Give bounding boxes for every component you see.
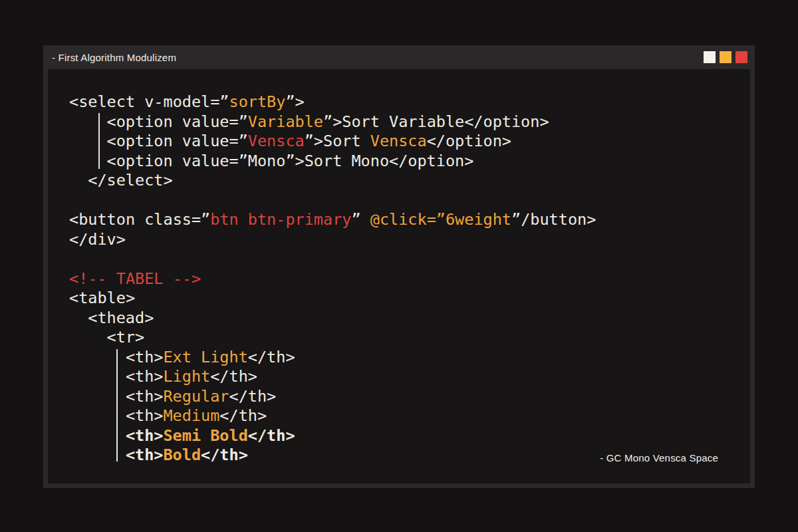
code-line: <button class=”btn btn-primary” @click=”… — [69, 210, 750, 230]
code-token: </div> — [69, 230, 126, 249]
code-token: Regular — [163, 387, 229, 406]
code-block: <select v-model=”sortBy”><option value=”… — [48, 69, 750, 483]
code-editor: <select v-model=”sortBy”><option value=”… — [48, 69, 750, 483]
code-token: </th> — [248, 426, 295, 445]
code-token: <th> — [126, 367, 164, 386]
code-line: </div> — [69, 230, 750, 250]
code-token: <option value=”Mono”>Sort Mono</option> — [107, 152, 474, 170]
code-token: ”> — [285, 92, 304, 111]
code-line: <table> — [69, 289, 750, 309]
code-token: <option value=” — [107, 112, 248, 131]
code-line: <select v-model=”sortBy”> — [69, 92, 750, 112]
code-token: btn btn-primary — [210, 210, 351, 229]
code-token: <th> — [126, 406, 164, 425]
code-token: <option value=” — [107, 132, 248, 150]
code-token: <th> — [126, 387, 164, 406]
code-token: </th> — [219, 406, 267, 425]
code-line: <th>Semi Bold</th> — [69, 426, 750, 446]
code-token: </option> — [427, 132, 511, 150]
maximize-button[interactable] — [720, 51, 732, 63]
code-token: </select> — [88, 171, 172, 190]
code-token: ”>Sort — [305, 132, 370, 150]
indent-guide-select — [98, 113, 100, 169]
code-line: <option value=”Variable”>Sort Variable</… — [69, 112, 750, 132]
code-token: ”>Sort Variable</option> — [323, 112, 549, 131]
code-token: </th> — [229, 387, 277, 406]
code-token: Light — [163, 367, 210, 386]
code-line: <th>Light</th> — [69, 367, 750, 387]
font-name-label: - GC Mono Vensca Space — [600, 452, 718, 464]
code-line: <thead> — [69, 309, 750, 329]
app-window: - First Algorithm Modulizem <select v-mo… — [43, 45, 755, 488]
code-token: <!-- TABEL --> — [69, 269, 201, 288]
code-token: <th> — [126, 348, 164, 366]
code-line: <th>Ext Light</th> — [69, 348, 750, 368]
close-button[interactable] — [735, 51, 747, 63]
code-token: Ext Light — [163, 348, 247, 366]
code-token: <tr> — [107, 328, 145, 346]
code-token: ” — [351, 210, 370, 229]
code-token: </th> — [201, 446, 248, 464]
code-token: Vensca — [370, 132, 427, 150]
window-titlebar[interactable]: - First Algorithm Modulizem — [43, 45, 755, 69]
code-token: <table> — [69, 289, 135, 307]
window-title: - First Algorithm Modulizem — [52, 52, 176, 63]
code-line: <option value=”Mono”>Sort Mono</option> — [69, 152, 750, 172]
code-line: <th>Medium</th> — [69, 406, 750, 426]
code-token: Variable — [248, 112, 323, 131]
code-token: Semi Bold — [163, 426, 247, 445]
code-line: <th>Regular</th> — [69, 387, 750, 407]
code-token: ”/button> — [511, 210, 596, 229]
code-token: <th> — [126, 426, 164, 445]
code-token: <th> — [126, 446, 164, 464]
code-token: Medium — [163, 406, 219, 425]
code-token: Bold — [163, 446, 201, 464]
indent-guide-table — [116, 349, 118, 462]
code-token: <button class=” — [69, 210, 210, 229]
code-line — [69, 191, 750, 211]
code-token: @click=”6weight — [370, 210, 511, 229]
minimize-button[interactable] — [704, 51, 716, 63]
code-token: sortBy — [229, 92, 286, 111]
code-token: <thead> — [88, 309, 154, 327]
code-token: </th> — [248, 348, 295, 366]
window-controls — [704, 51, 747, 63]
code-line: <option value=”Vensca”>Sort Vensca</opti… — [69, 132, 750, 152]
code-token: Vensca — [248, 132, 305, 150]
code-token: </th> — [210, 367, 257, 386]
code-line — [69, 249, 750, 269]
code-line: <!-- TABEL --> — [69, 269, 750, 289]
code-line: </select> — [69, 171, 750, 191]
code-line: <tr> — [69, 328, 750, 348]
code-token: <select v-model=” — [69, 92, 229, 111]
